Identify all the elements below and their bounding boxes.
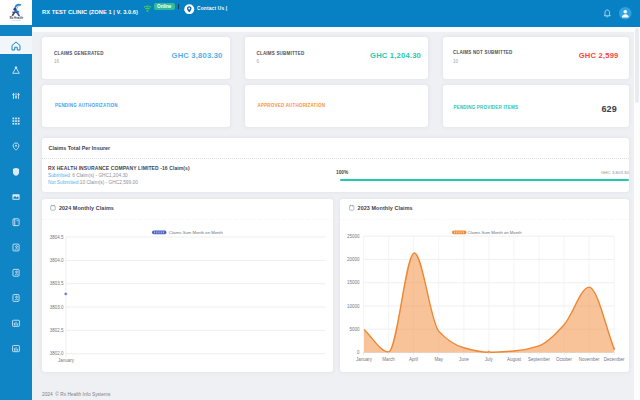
svg-text:3802.0: 3802.0 [50,352,64,357]
svg-text:August: August [507,357,522,362]
svg-text:2023 Monthly Claims: 2023 Monthly Claims [358,206,413,212]
svg-text:January: January [356,357,373,362]
svg-text:Claims Sum Month on Month: Claims Sum Month on Month [169,231,224,236]
svg-text:20000: 20000 [347,257,360,262]
svg-text:April: April [409,357,418,362]
svg-text:June: June [459,357,469,362]
svg-text:November: November [579,357,600,362]
svg-text:3803.0: 3803.0 [50,305,64,310]
svg-text:3804.0: 3804.0 [50,258,64,263]
svg-text:5000: 5000 [350,327,360,332]
svg-text:December: December [604,357,625,362]
svg-text:3803.5: 3803.5 [50,282,64,287]
svg-text:July: July [485,357,494,362]
svg-text:January: January [58,358,75,363]
svg-text:September: September [528,357,550,362]
svg-text:10000: 10000 [347,304,360,309]
svg-text:Claims Sum Month on Month: Claims Sum Month on Month [468,231,523,236]
svg-text:3802.5: 3802.5 [50,328,64,333]
svg-text:15000: 15000 [347,281,360,286]
svg-text:3804.5: 3804.5 [50,235,64,240]
svg-text:0: 0 [357,350,360,355]
svg-text:25000: 25000 [347,234,360,239]
svg-text:2024 Monthly Claims: 2024 Monthly Claims [59,206,114,212]
svg-text:October: October [556,357,572,362]
svg-text:Rx Health: Rx Health [10,16,24,20]
svg-text:May: May [434,357,443,362]
svg-text:March: March [382,357,395,362]
